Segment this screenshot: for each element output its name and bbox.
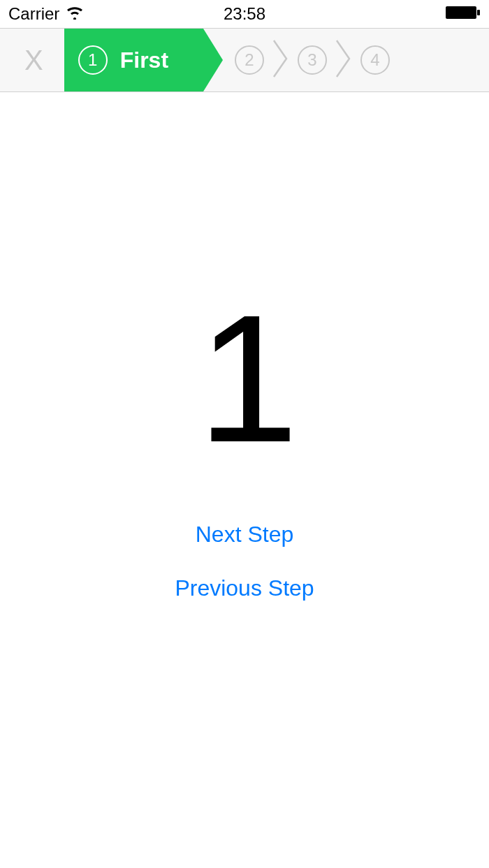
battery-icon <box>446 4 481 24</box>
wifi-icon <box>65 4 85 24</box>
step-number-circle: 1 <box>78 45 108 75</box>
current-step-number: 1 <box>198 288 292 469</box>
status-left: Carrier <box>8 4 85 24</box>
carrier-label: Carrier <box>8 4 59 24</box>
step-tab-4[interactable]: 4 <box>360 45 390 75</box>
next-step-button[interactable]: Next Step <box>196 522 294 547</box>
step-number-circle: 3 <box>298 45 327 75</box>
status-time: 23:58 <box>224 4 265 24</box>
step-number-circle: 2 <box>235 45 264 75</box>
action-buttons: Next Step Previous Step <box>175 522 314 601</box>
chevron-right-icon <box>272 38 289 82</box>
status-right <box>446 4 481 24</box>
close-button[interactable]: X <box>24 45 43 76</box>
status-bar: Carrier 23:58 <box>0 0 489 28</box>
svg-rect-0 <box>446 6 476 19</box>
step-number-circle: 4 <box>360 45 390 75</box>
svg-rect-1 <box>477 10 480 15</box>
step-nav-bar: X 1 First 2 3 4 <box>0 28 489 92</box>
step-tab-3[interactable]: 3 <box>298 45 327 75</box>
content-area: 1 Next Step Previous Step <box>0 92 489 601</box>
inactive-steps: 2 3 4 <box>235 38 390 82</box>
step-label: First <box>120 47 168 73</box>
chevron-right-icon <box>335 38 352 82</box>
previous-step-button[interactable]: Previous Step <box>175 575 314 601</box>
step-tab-1[interactable]: 1 First <box>64 29 203 91</box>
step-tab-2[interactable]: 2 <box>235 45 264 75</box>
